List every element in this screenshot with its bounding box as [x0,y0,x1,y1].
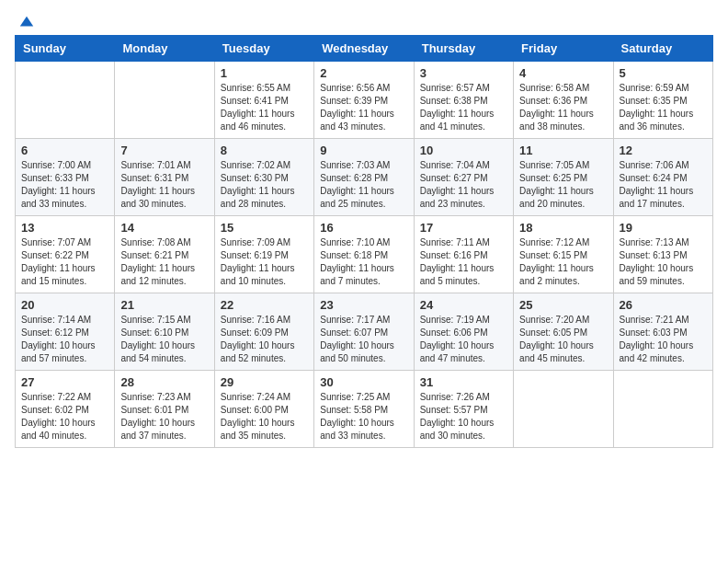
day-of-week-header: Friday [514,36,613,62]
day-number: 27 [21,375,108,389]
day-info: Sunrise: 7:07 AM Sunset: 6:22 PM Dayligh… [21,236,108,288]
day-info: Sunrise: 7:14 AM Sunset: 6:12 PM Dayligh… [21,314,108,365]
day-number: 7 [120,144,208,157]
calendar-week-row: 20Sunrise: 7:14 AM Sunset: 6:12 PM Dayli… [16,293,713,371]
calendar-cell: 24Sunrise: 7:19 AM Sunset: 6:06 PM Dayli… [414,293,513,371]
calendar-cell: 3Sunrise: 6:57 AM Sunset: 6:38 PM Daylig… [414,62,513,139]
day-number: 20 [21,298,108,312]
calendar-cell: 4Sunrise: 6:58 AM Sunset: 6:36 PM Daylig… [514,62,613,139]
day-info: Sunrise: 7:19 AM Sunset: 6:06 PM Dayligh… [420,314,507,365]
calendar-week-row: 6Sunrise: 7:00 AM Sunset: 6:33 PM Daylig… [16,139,713,216]
calendar-cell: 20Sunrise: 7:14 AM Sunset: 6:12 PM Dayli… [16,293,115,371]
day-number: 23 [320,298,407,312]
calendar-cell [16,62,115,139]
logo [15,15,35,28]
day-info: Sunrise: 7:13 AM Sunset: 6:13 PM Dayligh… [620,236,707,288]
calendar-cell: 11Sunrise: 7:05 AM Sunset: 6:25 PM Dayli… [514,139,613,216]
day-number: 12 [620,144,707,157]
day-info: Sunrise: 7:00 AM Sunset: 6:33 PM Dayligh… [21,159,108,211]
calendar-cell: 27Sunrise: 7:22 AM Sunset: 6:02 PM Dayli… [16,371,115,448]
calendar-cell: 31Sunrise: 7:26 AM Sunset: 5:57 PM Dayli… [414,371,513,448]
day-info: Sunrise: 7:11 AM Sunset: 6:16 PM Dayligh… [420,236,507,288]
calendar-header-row: SundayMondayTuesdayWednesdayThursdayFrid… [16,36,713,62]
day-info: Sunrise: 7:04 AM Sunset: 6:27 PM Dayligh… [420,159,507,211]
day-number: 2 [320,66,407,80]
day-info: Sunrise: 6:58 AM Sunset: 6:36 PM Dayligh… [519,82,607,133]
calendar-cell: 28Sunrise: 7:23 AM Sunset: 6:01 PM Dayli… [115,371,214,448]
day-info: Sunrise: 6:59 AM Sunset: 6:35 PM Dayligh… [620,82,707,133]
day-of-week-header: Monday [115,36,214,62]
day-number: 11 [519,144,607,157]
day-info: Sunrise: 7:24 AM Sunset: 6:00 PM Dayligh… [221,391,308,442]
calendar-week-row: 27Sunrise: 7:22 AM Sunset: 6:02 PM Dayli… [16,371,713,448]
day-number: 5 [620,66,707,80]
day-number: 17 [420,221,507,235]
day-info: Sunrise: 7:26 AM Sunset: 5:57 PM Dayligh… [420,391,507,442]
calendar-cell: 21Sunrise: 7:15 AM Sunset: 6:10 PM Dayli… [115,293,214,371]
day-info: Sunrise: 7:01 AM Sunset: 6:31 PM Dayligh… [120,159,208,211]
calendar-cell: 10Sunrise: 7:04 AM Sunset: 6:27 PM Dayli… [414,139,513,216]
day-info: Sunrise: 7:17 AM Sunset: 6:07 PM Dayligh… [320,314,407,365]
calendar-cell: 29Sunrise: 7:24 AM Sunset: 6:00 PM Dayli… [214,371,313,448]
day-info: Sunrise: 7:05 AM Sunset: 6:25 PM Dayligh… [519,159,607,211]
calendar-cell: 22Sunrise: 7:16 AM Sunset: 6:09 PM Dayli… [214,293,313,371]
calendar-cell: 15Sunrise: 7:09 AM Sunset: 6:19 PM Dayli… [214,216,313,293]
day-info: Sunrise: 7:09 AM Sunset: 6:19 PM Dayligh… [221,236,308,288]
day-info: Sunrise: 7:20 AM Sunset: 6:05 PM Dayligh… [519,314,607,365]
day-number: 15 [221,221,308,235]
day-info: Sunrise: 7:22 AM Sunset: 6:02 PM Dayligh… [21,391,108,442]
day-info: Sunrise: 7:25 AM Sunset: 5:58 PM Dayligh… [320,391,407,442]
calendar-cell: 23Sunrise: 7:17 AM Sunset: 6:07 PM Dayli… [314,293,414,371]
day-info: Sunrise: 7:15 AM Sunset: 6:10 PM Dayligh… [120,314,208,365]
day-number: 6 [21,144,108,157]
calendar-week-row: 1Sunrise: 6:55 AM Sunset: 6:41 PM Daylig… [16,62,713,139]
calendar-cell: 6Sunrise: 7:00 AM Sunset: 6:33 PM Daylig… [16,139,115,216]
calendar-cell: 17Sunrise: 7:11 AM Sunset: 6:16 PM Dayli… [414,216,513,293]
day-number: 18 [519,221,607,235]
day-info: Sunrise: 7:08 AM Sunset: 6:21 PM Dayligh… [120,236,208,288]
svg-marker-0 [20,17,33,27]
calendar-week-row: 13Sunrise: 7:07 AM Sunset: 6:22 PM Dayli… [16,216,713,293]
day-info: Sunrise: 7:10 AM Sunset: 6:18 PM Dayligh… [320,236,407,288]
day-number: 19 [620,221,707,235]
day-info: Sunrise: 7:16 AM Sunset: 6:09 PM Dayligh… [221,314,308,365]
day-number: 21 [120,298,208,312]
calendar-cell: 9Sunrise: 7:03 AM Sunset: 6:28 PM Daylig… [314,139,414,216]
calendar-table: SundayMondayTuesdayWednesdayThursdayFrid… [15,35,713,448]
day-number: 31 [420,375,507,389]
day-info: Sunrise: 7:12 AM Sunset: 6:15 PM Dayligh… [519,236,607,288]
day-of-week-header: Saturday [613,36,712,62]
calendar-cell: 8Sunrise: 7:02 AM Sunset: 6:30 PM Daylig… [214,139,313,216]
day-info: Sunrise: 7:03 AM Sunset: 6:28 PM Dayligh… [320,159,407,211]
day-of-week-header: Thursday [414,36,513,62]
day-info: Sunrise: 7:02 AM Sunset: 6:30 PM Dayligh… [221,159,308,211]
calendar-cell: 26Sunrise: 7:21 AM Sunset: 6:03 PM Dayli… [613,293,712,371]
day-number: 3 [420,66,507,80]
day-number: 8 [221,144,308,157]
day-number: 30 [320,375,407,389]
day-number: 29 [221,375,308,389]
day-number: 26 [620,298,707,312]
logo-icon [18,15,35,31]
day-number: 16 [320,221,407,235]
day-info: Sunrise: 7:23 AM Sunset: 6:01 PM Dayligh… [120,391,208,442]
calendar-cell [115,62,214,139]
day-number: 22 [221,298,308,312]
calendar-cell [613,371,712,448]
calendar-cell: 16Sunrise: 7:10 AM Sunset: 6:18 PM Dayli… [314,216,414,293]
page-header [15,15,713,28]
calendar-cell: 30Sunrise: 7:25 AM Sunset: 5:58 PM Dayli… [314,371,414,448]
calendar-cell: 5Sunrise: 6:59 AM Sunset: 6:35 PM Daylig… [613,62,712,139]
day-number: 10 [420,144,507,157]
calendar-cell: 19Sunrise: 7:13 AM Sunset: 6:13 PM Dayli… [613,216,712,293]
calendar-cell: 12Sunrise: 7:06 AM Sunset: 6:24 PM Dayli… [613,139,712,216]
calendar-cell: 14Sunrise: 7:08 AM Sunset: 6:21 PM Dayli… [115,216,214,293]
calendar-cell: 18Sunrise: 7:12 AM Sunset: 6:15 PM Dayli… [514,216,613,293]
calendar-cell: 1Sunrise: 6:55 AM Sunset: 6:41 PM Daylig… [214,62,313,139]
day-info: Sunrise: 7:06 AM Sunset: 6:24 PM Dayligh… [620,159,707,211]
day-info: Sunrise: 7:21 AM Sunset: 6:03 PM Dayligh… [620,314,707,365]
day-number: 24 [420,298,507,312]
day-of-week-header: Sunday [16,36,115,62]
day-of-week-header: Wednesday [314,36,414,62]
calendar-cell [514,371,613,448]
